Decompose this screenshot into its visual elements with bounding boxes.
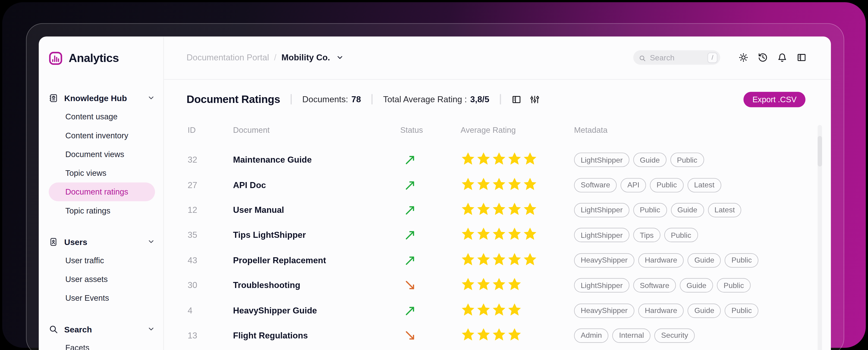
star-icon [476, 177, 491, 194]
topbar-icons [739, 53, 807, 63]
scrollbar-thumb[interactable] [817, 136, 822, 166]
rating-stars [461, 323, 522, 348]
star-icon [476, 227, 491, 244]
brand: Analytics [49, 50, 153, 66]
sidebar-item-topic-views[interactable]: Topic views [49, 164, 155, 182]
row-id: 35 [188, 223, 197, 248]
metadata-tags: LightShipperTipsPublic [574, 223, 698, 248]
panel-icon[interactable] [797, 53, 807, 63]
star-icon [461, 302, 476, 319]
sidebar-item-user-assets[interactable]: User assets [49, 270, 155, 288]
star-icon [461, 151, 476, 168]
divider [291, 94, 292, 104]
document-name: Tips LightShipper [233, 223, 306, 248]
star-icon [492, 327, 507, 344]
metadata-tag: LightShipper [574, 278, 629, 293]
metadata-tag: Security [654, 328, 695, 343]
table-row[interactable]: 27API DocSoftwareAPIPublicLatest [187, 173, 831, 198]
trend-up-icon [404, 173, 416, 198]
column-header-document: Document [233, 125, 270, 134]
table-row[interactable]: 4HeavyShipper GuideHeavyShipperHardwareG… [187, 298, 831, 323]
sidebar-section-search[interactable]: Search [49, 320, 155, 339]
star-icon [523, 227, 537, 244]
chevron-down-icon [147, 238, 155, 245]
documents-stat-label: Documents: [302, 94, 348, 104]
sidebar-item-label: Content inventory [65, 131, 128, 140]
search-input[interactable]: Search / [633, 50, 720, 65]
sidebar-item-document-views[interactable]: Document views [49, 145, 155, 164]
metadata-tag: Public [670, 153, 704, 167]
metadata-tags: SoftwareAPIPublicLatest [574, 173, 721, 198]
trend-up-icon [404, 223, 416, 248]
rating-stars [461, 248, 537, 273]
breadcrumb-current[interactable]: Mobility Co. [281, 53, 330, 63]
table-row[interactable]: 35Tips LightShipperLightShipperTipsPubli… [187, 223, 831, 248]
metadata-tag: Public [717, 278, 751, 293]
rating-stars [461, 173, 537, 198]
sidebar-section-users[interactable]: Users [49, 232, 155, 251]
star-icon [507, 277, 522, 294]
sidebar-item-content-usage[interactable]: Content usage [49, 107, 155, 126]
notifications-bell-icon[interactable] [777, 53, 787, 63]
metadata-tag: Guide [688, 253, 721, 268]
metadata-tag: Guide [688, 303, 721, 318]
table-row[interactable]: 13Flight RegulationsAdminInternalSecurit… [187, 323, 831, 348]
metadata-tags: LightShipperGuidePublic [574, 147, 704, 172]
row-id: 32 [188, 147, 197, 172]
star-icon [461, 177, 476, 194]
table-row[interactable]: 12User ManualLightShipperPublicGuideLate… [187, 198, 831, 222]
chevron-down-icon [147, 325, 155, 332]
sidebar-item-user-traffic[interactable]: User traffic [49, 251, 155, 270]
sidebar-item-label: User Events [65, 293, 109, 302]
scrollbar-track [817, 125, 822, 350]
star-icon [507, 151, 522, 168]
sidebar-item-label: Content usage [65, 112, 117, 121]
star-icon [461, 277, 476, 294]
trend-down-icon [404, 323, 416, 348]
chevron-down-icon [147, 94, 155, 102]
document-name: Maintenance Guide [233, 147, 312, 172]
panel-icon[interactable] [512, 94, 521, 104]
divider [500, 94, 501, 104]
document-name: Troubleshooting [233, 273, 300, 298]
theme-sun-icon[interactable] [739, 53, 748, 63]
trend-up-icon [404, 198, 416, 222]
table-body: 32Maintenance GuideLightShipperGuidePubl… [187, 147, 831, 348]
sidebar-item-topic-ratings[interactable]: Topic ratings [49, 201, 155, 220]
sidebar-section-knowledge-hub[interactable]: Knowledge Hub [49, 89, 155, 107]
sidebar-item-label: Facets [65, 343, 89, 350]
metadata-tag: Guide [633, 153, 666, 167]
breadcrumb-divider: / [274, 53, 276, 63]
table-row[interactable]: 30TroubleshootingLightShipperSoftwareGui… [187, 273, 831, 298]
search-placeholder: Search [650, 53, 708, 62]
star-icon [523, 151, 537, 168]
breadcrumb-parent[interactable]: Documentation Portal [187, 53, 269, 63]
table-row[interactable]: 32Maintenance GuideLightShipperGuidePubl… [187, 147, 831, 172]
star-icon [476, 202, 491, 218]
history-icon[interactable] [758, 53, 768, 63]
trend-up-icon [404, 298, 416, 323]
sidebar-item-content-inventory[interactable]: Content inventory [49, 126, 155, 145]
table-row[interactable]: 43Propeller ReplacementHeavyShipperHardw… [187, 248, 831, 273]
metadata-tag: Tips [633, 228, 660, 242]
sidebar-item-facets[interactable]: Facets [49, 339, 155, 350]
star-icon [523, 177, 537, 194]
rating-stars [461, 298, 522, 323]
chevron-down-icon[interactable] [336, 54, 344, 61]
export-csv-button[interactable]: Export .CSV [744, 92, 805, 107]
row-id: 27 [188, 173, 197, 198]
document-name: User Manual [233, 198, 284, 222]
sidebar-item-document-ratings[interactable]: Document ratings [49, 182, 155, 201]
app-window: Analytics Knowledge HubContent usageCont… [39, 37, 831, 350]
metadata-tag: LightShipper [574, 203, 629, 217]
sidebar-item-label: User traffic [65, 256, 104, 265]
sidebar-item-user-events[interactable]: User Events [49, 289, 155, 308]
filters-sliders-icon[interactable] [530, 94, 539, 104]
metadata-tag: LightShipper [574, 153, 629, 167]
star-icon [492, 252, 507, 269]
trend-up-icon [404, 147, 416, 172]
star-icon [461, 202, 476, 218]
divider [371, 94, 373, 104]
star-icon [461, 327, 476, 344]
metadata-tags: LightShipperPublicGuideLatest [574, 198, 742, 222]
